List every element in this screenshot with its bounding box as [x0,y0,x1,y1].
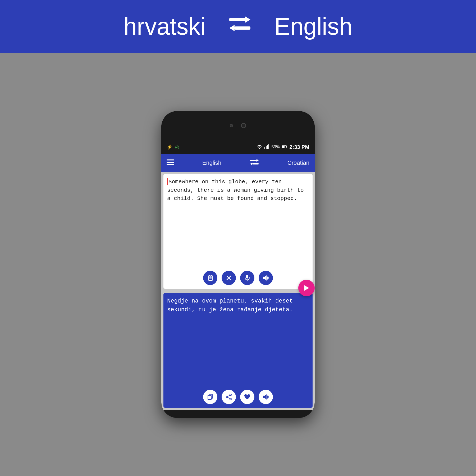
svg-marker-3 [229,25,235,31]
output-text-content: Negdje na ovom planetu, svakih deset sek… [163,293,313,387]
svg-rect-16 [252,163,259,164]
svg-rect-14 [250,160,257,161]
status-bar: ⚡ ◎ 59% 2:33 PM [161,140,315,154]
text-cursor [167,178,168,185]
phone-top-area [161,111,315,140]
usb-icon: ⚡ [167,144,172,150]
svg-rect-12 [167,162,174,163]
output-panel: Negdje na ovom planetu, svakih deset sek… [163,293,313,408]
hamburger-menu-button[interactable] [167,159,174,167]
app-target-language[interactable]: Croatian [287,159,309,166]
svg-marker-28 [263,275,267,281]
svg-point-34 [230,394,231,396]
share-output-button[interactable] [222,390,236,404]
top-swap-icon[interactable] [227,11,253,43]
top-language-bar: hrvatski English [0,0,476,53]
top-target-language[interactable]: English [274,13,352,40]
status-left-icons: ⚡ ◎ [167,144,179,150]
battery-icon [282,144,287,150]
input-text-content: Somewhere on this globe, every ten secon… [167,179,304,202]
svg-marker-17 [250,162,252,165]
input-panel: Somewhere on this globe, every ten secon… [163,174,313,289]
gps-icon: ◎ [175,144,179,150]
app-screen: English Croatian Somewhere on this globe… [161,154,315,410]
svg-rect-11 [167,159,174,161]
input-text-area[interactable]: Somewhere on this globe, every ten secon… [163,174,313,268]
svg-rect-0 [229,18,245,21]
svg-rect-2 [235,26,250,30]
translate-button[interactable] [298,280,315,296]
status-right-info: 59% 2:33 PM [257,144,309,150]
svg-rect-7 [268,144,269,149]
svg-rect-20 [209,276,212,276]
phone-camera [241,123,246,128]
main-area: ⚡ ◎ 59% 2:33 PM [0,53,476,476]
app-header: English Croatian [161,154,315,172]
copy-output-button[interactable] [203,390,217,404]
svg-rect-33 [208,395,211,400]
speaker-output-button[interactable] [259,390,273,404]
app-source-language[interactable]: English [202,159,221,166]
svg-line-38 [228,397,230,399]
svg-rect-4 [264,147,265,149]
svg-marker-29 [304,285,309,291]
speaker-input-button[interactable] [259,271,273,285]
svg-line-37 [228,395,230,396]
input-action-buttons [163,268,313,289]
clear-button[interactable] [222,271,236,285]
signal-icon [264,144,269,150]
svg-rect-25 [246,275,248,278]
svg-marker-15 [257,159,259,162]
clipboard-button[interactable] [203,271,217,285]
svg-point-35 [226,396,228,398]
top-source-language[interactable]: hrvatski [123,13,205,40]
app-swap-button[interactable] [250,158,259,167]
battery-text: 59% [271,145,280,149]
svg-rect-6 [267,145,268,149]
svg-rect-10 [286,146,287,147]
favorite-output-button[interactable] [240,390,254,404]
phone-shell: ⚡ ◎ 59% 2:33 PM [161,111,315,418]
svg-rect-5 [266,146,267,149]
svg-marker-1 [245,16,250,23]
svg-marker-39 [263,394,267,400]
mic-button[interactable] [240,271,254,285]
output-action-buttons [163,387,313,408]
phone-speaker [230,124,233,127]
svg-rect-13 [167,164,174,165]
svg-rect-9 [282,146,285,148]
svg-point-36 [230,398,231,400]
phone-bottom [161,410,315,418]
status-time: 2:33 PM [289,144,309,150]
wifi-icon [257,144,262,150]
